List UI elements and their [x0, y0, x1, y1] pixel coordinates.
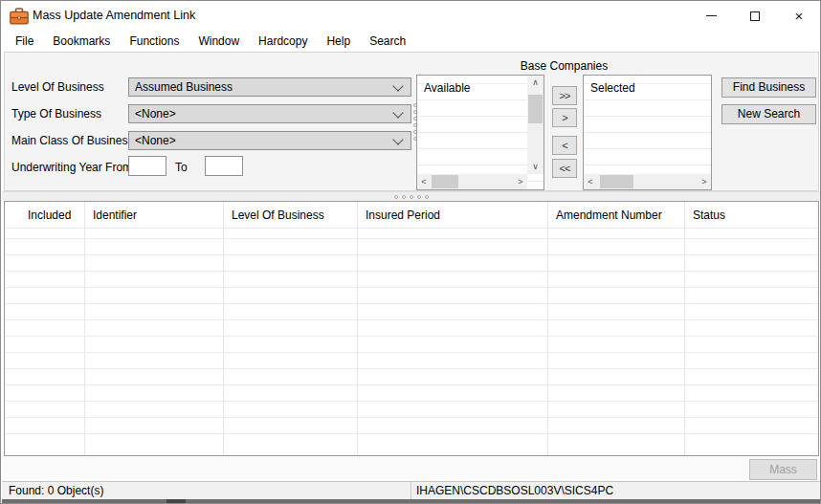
column-header-insured-period[interactable]: Insured Period	[357, 202, 547, 229]
results-table-body[interactable]	[5, 229, 818, 455]
scroll-right-icon[interactable]: >	[514, 174, 527, 189]
selected-horizontal-scrollbar[interactable]: < >	[584, 174, 711, 189]
status-bar: Found: 0 Object(s) IHAGEN\CSCDBSOSL003V\…	[2, 481, 821, 500]
scroll-up-icon[interactable]: ∧	[527, 76, 544, 90]
available-vertical-scrollbar[interactable]: ∧ ∨	[527, 76, 544, 174]
menu-window[interactable]: Window	[189, 31, 249, 52]
found-count-status: Found: 0 Object(s)	[9, 482, 103, 500]
menu-help[interactable]: Help	[317, 31, 360, 52]
move-left-button[interactable]: <	[552, 136, 577, 155]
type-of-business-select[interactable]: <None>	[128, 104, 411, 123]
chevron-down-icon	[392, 80, 403, 91]
menu-bar: File Bookmarks Functions Window Hardcopy…	[2, 31, 821, 52]
selected-companies-list[interactable]: Selected < >	[583, 75, 712, 190]
search-criteria-panel: Level Of Business Assumed Business Type …	[4, 52, 819, 191]
window-title: Mass Update Amendment Link	[33, 1, 195, 31]
underwriting-year-to-label: To	[175, 161, 188, 174]
horizontal-scroll-thumb[interactable]	[600, 175, 633, 188]
briefcase-app-icon	[10, 8, 29, 25]
minimize-icon	[706, 15, 717, 16]
horizontal-splitter-grip[interactable]	[2, 191, 821, 201]
move-right-button[interactable]: >	[552, 108, 577, 127]
underwriting-year-label: Underwriting Year From	[11, 161, 132, 174]
new-search-button[interactable]: New Search	[721, 104, 816, 124]
scroll-down-icon[interactable]: ∨	[527, 160, 544, 174]
bottom-action-strip	[2, 456, 821, 481]
app-window: Mass Update Amendment Link × File Bookma…	[0, 0, 821, 504]
title-bar: Mass Update Amendment Link ×	[2, 1, 821, 31]
chevron-down-icon	[392, 134, 403, 144]
menu-bookmarks[interactable]: Bookmarks	[43, 31, 120, 52]
scroll-left-icon[interactable]: <	[417, 174, 431, 189]
results-table-header: Included Identifier Level Of Business In…	[5, 202, 818, 229]
base-companies-title: Base Companies	[416, 59, 712, 73]
maximize-button[interactable]	[733, 1, 777, 31]
menu-functions[interactable]: Functions	[120, 31, 189, 52]
available-list-label: Available	[424, 81, 470, 95]
underwriting-year-to-input[interactable]	[205, 156, 243, 176]
chevron-down-icon	[392, 107, 403, 118]
move-all-left-button[interactable]: <<	[552, 159, 577, 178]
available-companies-list[interactable]: Available ∧ ∨ < >	[416, 75, 544, 190]
column-header-status[interactable]: Status	[684, 202, 818, 229]
scroll-right-icon[interactable]: >	[698, 174, 711, 189]
level-of-business-select[interactable]: Assumed Business	[128, 77, 411, 97]
level-of-business-label: Level Of Business	[11, 80, 104, 94]
find-business-button[interactable]: Find Business	[721, 77, 816, 98]
main-class-label: Main Class Of Business	[11, 134, 133, 147]
available-horizontal-scrollbar[interactable]: < >	[417, 174, 527, 189]
column-header-level-of-business[interactable]: Level Of Business	[223, 202, 357, 229]
column-header-amendment-number[interactable]: Amendment Number	[547, 202, 684, 229]
taskbar-peek-notch	[166, 499, 186, 504]
menu-search[interactable]: Search	[360, 31, 415, 52]
server-path-status: IHAGEN\CSCDBSOSL003V\SICS4PC	[416, 482, 613, 500]
move-all-right-button[interactable]: >>	[552, 86, 577, 105]
type-of-business-value: <None>	[135, 107, 176, 121]
scroll-left-icon[interactable]: <	[584, 174, 597, 189]
main-class-select[interactable]: <None>	[128, 131, 411, 150]
column-header-included[interactable]: Included	[5, 202, 84, 229]
type-of-business-label: Type Of Business	[11, 107, 101, 121]
underwriting-year-from-input[interactable]	[128, 156, 166, 176]
selected-list-label: Selected	[590, 81, 635, 95]
menu-hardcopy[interactable]: Hardcopy	[249, 31, 317, 52]
level-of-business-value: Assumed Business	[135, 80, 233, 94]
close-button[interactable]: ×	[777, 1, 821, 31]
main-class-value: <None>	[135, 134, 176, 147]
close-icon: ×	[795, 9, 804, 23]
window-bottom-edge	[2, 499, 821, 504]
menu-file[interactable]: File	[6, 31, 43, 52]
mass-update-button[interactable]: Mass Update	[749, 459, 817, 480]
maximize-icon	[750, 11, 760, 21]
minimize-button[interactable]	[689, 1, 733, 31]
column-header-identifier[interactable]: Identifier	[84, 202, 223, 229]
status-bar-divider	[410, 482, 411, 500]
vertical-scroll-thumb[interactable]	[528, 95, 543, 123]
horizontal-scroll-thumb[interactable]	[432, 175, 458, 188]
results-table: Included Identifier Level Of Business In…	[4, 201, 819, 456]
